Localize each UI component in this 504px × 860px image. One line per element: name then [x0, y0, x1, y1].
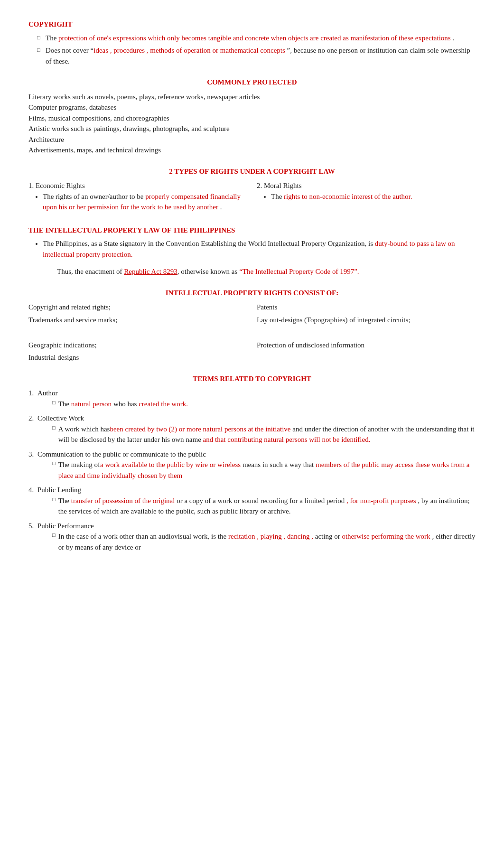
col1-suffix: .: [218, 203, 222, 211]
t3-prefix: The making of: [58, 461, 100, 468]
commonly-protected-section: COMMONLY PROTECTED Literary works such a…: [28, 77, 476, 156]
ip-spacer-right: [257, 327, 476, 338]
square-icon-1: □: [52, 399, 56, 407]
copyright-bullet-2: Does not cover “ideas , procedures , met…: [38, 45, 476, 66]
square-icon-4: □: [52, 495, 56, 504]
ip-spacer-left: [28, 327, 247, 338]
ip-col2-item0: Patents: [257, 302, 476, 313]
ip-law-section: THE INTELLECTUAL PROPERTY LAW OF THE PHI…: [28, 225, 476, 277]
col2-heading: 2. Moral Rights: [257, 180, 476, 191]
copyright-b1-suffix: .: [451, 34, 455, 42]
term-5: 5. Public Performance □ In the case of a…: [28, 521, 476, 553]
term-1-sub: □ The natural person who has created the…: [28, 399, 476, 410]
copyright-b2-red: ideas , procedures , methods of operatio…: [93, 47, 285, 54]
term-4: 4. Public Lending □ The transfer of poss…: [28, 485, 476, 517]
t5-middle: acting or: [313, 533, 342, 540]
square-icon-3: □: [52, 459, 56, 467]
copyright-b2-prefix: Does not cover “: [46, 47, 93, 54]
t1-prefix: The: [58, 400, 71, 408]
ip-col2-item3: Protection of undisclosed information: [257, 340, 476, 351]
copyright-b1-prefix: The: [46, 34, 58, 42]
t5-red2: otherwise performing the work: [342, 533, 430, 540]
col1-rights: 1. Economic Rights The rights of an owne…: [28, 180, 247, 215]
term-4-label: Public Lending: [37, 486, 81, 494]
col1-heading: 1. Economic Rights: [28, 180, 247, 191]
term-5-label: Public Performance: [37, 522, 94, 530]
t5-red: recitation , playing , dancing ,: [228, 533, 313, 540]
t1-middle: who has: [112, 400, 139, 408]
square-icon-2: □: [52, 424, 56, 432]
term-3: 3. Communication to the public or commun…: [28, 449, 476, 481]
terms-title: TERMS RELATED TO COPYRIGHT: [28, 374, 476, 384]
ip-law-bullet: The Philippines, as a State signatory in…: [43, 238, 476, 260]
term-2: 2. Collective Work □ A work which hasbee…: [28, 413, 476, 445]
copyright-b1-red: protection of one's expressions which on…: [58, 34, 451, 42]
t4-red: transfer of possession of the original: [71, 497, 175, 505]
t2-red2: and that contributing natural persons wi…: [201, 436, 371, 443]
term-1: 1. Author □ The natural person who has c…: [28, 388, 476, 409]
term-5-sub: □ In the case of a work other than an au…: [28, 531, 476, 552]
term-4-sub-text: The transfer of possession of the origin…: [58, 495, 476, 517]
ip-col1-item3: Geographic indications;: [28, 340, 247, 351]
col1-prefix: The rights of an owner/author to be: [43, 193, 145, 200]
term-1-label: Author: [37, 389, 58, 397]
cp-item-2: Films, musical compositions, and choreog…: [28, 113, 476, 124]
copyright-bullet-1: The protection of one's expressions whic…: [38, 33, 476, 44]
t3-red: a work available to the public by wire o…: [100, 461, 241, 468]
ip-law-para-prefix: Thus, the enactment of: [57, 268, 124, 275]
term-2-sub: □ A work which hasbeen created by two (2…: [28, 424, 476, 445]
ip-col2-item1: Lay out-designs (Topographies) of integr…: [257, 315, 476, 326]
ip-law-para-middle: , otherwise known as: [177, 268, 239, 275]
ip-col1-item4: Industrial designs: [28, 352, 247, 363]
ip-law-bullets: The Philippines, as a State signatory in…: [28, 238, 476, 260]
spacer: [28, 262, 476, 266]
term-3-label: Communication to the public or communica…: [37, 450, 206, 458]
col2-bullet: The rights to non-economic interest of t…: [271, 191, 476, 202]
col2-red: rights to non-economic interest of the a…: [284, 193, 412, 200]
copyright-title: COPYRIGHT: [28, 19, 476, 30]
copyright-section: COPYRIGHT The protection of one's expres…: [28, 19, 476, 66]
ip-law-bullet-prefix: The Philippines, as a State signatory in…: [43, 240, 375, 247]
ip-law-para-red2: “The Intellectual Property Code of 1997”…: [239, 268, 359, 275]
t2-prefix: A work which has: [58, 425, 110, 433]
types-rights-title: 2 TYPES OF RIGHTS UNDER A COPYRIGHT LAW: [28, 166, 476, 177]
ip-law-para-red1: Republic Act 8293: [124, 268, 177, 275]
t2-red: been created by two (2) or more natural …: [110, 425, 290, 433]
term-2-label: Collective Work: [37, 414, 84, 422]
ip-law-para: Thus, the enactment of Republic Act 8293…: [28, 266, 476, 277]
ip-col1-item0: Copyright and related rights;: [28, 302, 247, 313]
t4-red2: , for non-profit purposes: [345, 497, 416, 505]
col1-bullets: The rights of an owner/author to be prop…: [28, 191, 247, 213]
term-3-number: 3.: [28, 450, 34, 458]
ip-rights-section: INTELLECTUAL PROPERTY RIGHTS CONSIST OF:…: [28, 288, 476, 363]
t4-middle: or a copy of a work or sound recording f…: [175, 497, 345, 505]
term-5-sub-text: In the case of a work other than an audi…: [58, 531, 476, 552]
col2-rights: 2. Moral Rights The rights to non-econom…: [257, 180, 476, 204]
t1-red: natural person: [71, 400, 112, 408]
cp-item-5: Advertisements, maps, and technical draw…: [28, 145, 476, 156]
ip-rights-title: INTELLECTUAL PROPERTY RIGHTS CONSIST OF:: [28, 288, 476, 299]
col1-bullet: The rights of an owner/author to be prop…: [43, 191, 247, 213]
term-3-sub: □ The making ofa work available to the p…: [28, 459, 476, 481]
t1-red2: created the work.: [139, 400, 188, 408]
cp-item-3: Artistic works such as paintings, drawin…: [28, 123, 476, 134]
term-2-number: 2.: [28, 414, 34, 422]
term-2-sub-text: A work which hasbeen created by two (2) …: [58, 424, 476, 445]
types-rights-section: 2 TYPES OF RIGHTS UNDER A COPYRIGHT LAW …: [28, 166, 476, 215]
terms-section: TERMS RELATED TO COPYRIGHT 1. Author □ T…: [28, 374, 476, 553]
ip-col2-item4: [257, 352, 476, 363]
types-rights-columns: 1. Economic Rights The rights of an owne…: [28, 180, 476, 215]
term-3-sub-text: The making ofa work available to the pub…: [58, 459, 476, 481]
commonly-protected-title: COMMONLY PROTECTED: [28, 77, 476, 88]
t4-prefix: The: [58, 497, 71, 505]
col2-bullets: The rights to non-economic interest of t…: [257, 191, 476, 202]
ip-col1-item1: Trademarks and service marks;: [28, 315, 247, 326]
cp-item-1: Computer programs, databases: [28, 102, 476, 113]
copyright-bullets: The protection of one's expressions whic…: [28, 33, 476, 67]
cp-item-0: Literary works such as novels, poems, pl…: [28, 92, 476, 103]
col2-prefix: The: [271, 193, 284, 200]
commonly-protected-list: Literary works such as novels, poems, pl…: [28, 92, 476, 156]
term-4-number: 4.: [28, 486, 34, 494]
term-5-number: 5.: [28, 522, 34, 530]
term-1-number: 1.: [28, 389, 34, 397]
